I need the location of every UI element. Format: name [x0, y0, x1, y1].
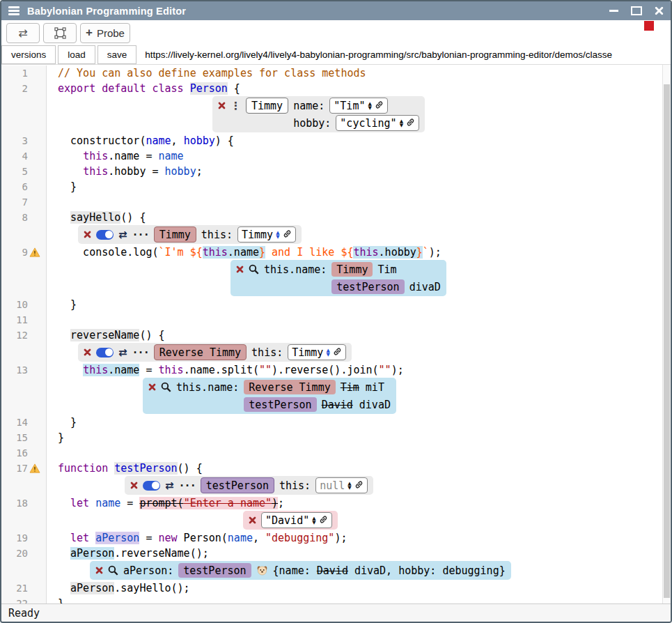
code-text [58, 312, 671, 328]
code-text: constructor(name, hobby) { [58, 133, 671, 148]
line-number: 15 [1, 430, 28, 445]
close-icon[interactable] [148, 379, 156, 395]
link-icon[interactable] [354, 479, 364, 492]
toggle-switch[interactable] [96, 348, 114, 357]
stepper-icon[interactable]: ▲▼ [368, 102, 371, 110]
value-input[interactable]: Timmy▲▼ [237, 226, 296, 243]
line-number: 12 [1, 328, 28, 343]
vertical-scrollbar[interactable] [662, 65, 671, 603]
value-input[interactable]: "cycling"▲▼ [336, 115, 419, 131]
code-token: ; [196, 165, 203, 178]
gutter-cell: 12 [1, 328, 47, 362]
line-content: // You can also define examples for clas… [47, 66, 671, 81]
code-token: this [83, 150, 108, 162]
scrollbar-thumb[interactable] [664, 84, 670, 598]
stepper-icon[interactable]: ▲▼ [326, 348, 329, 357]
value-input[interactable]: Timmy▲▼ [288, 344, 346, 360]
line-content [47, 445, 671, 461]
status-bar: Ready [1, 603, 671, 622]
link-icon[interactable] [319, 514, 328, 527]
code-text [58, 194, 671, 210]
code-token: this [203, 246, 228, 259]
swap-icon[interactable]: ⇄ [118, 226, 127, 243]
close-window-icon[interactable] [655, 6, 664, 15]
link-icon[interactable] [333, 346, 342, 359]
swap-icon[interactable]: ⇄ [118, 344, 127, 360]
example-badge[interactable]: Timmy [246, 98, 288, 114]
warning-slot [28, 194, 42, 210]
line-content: this.name = this.name.split("").reverse(… [47, 362, 671, 415]
close-icon[interactable] [95, 562, 103, 578]
save-button[interactable]: save [97, 45, 137, 64]
code-token: sayHello [70, 211, 120, 224]
more-options-icon[interactable]: ··· [132, 226, 149, 243]
load-button[interactable]: load [58, 45, 95, 64]
stepper-icon[interactable]: ▲▼ [312, 516, 315, 525]
code-token: // You can also define examples for clas… [58, 67, 366, 79]
example-badge[interactable]: testPerson [201, 477, 274, 493]
code-token: let [70, 497, 95, 509]
warning-slot [28, 179, 42, 194]
stepper-icon[interactable]: ▲▼ [400, 119, 403, 128]
value-input[interactable]: "Tim"▲▼ [329, 98, 388, 114]
file-bar: versions load save https://lively-kernel… [1, 45, 671, 65]
link-icon[interactable] [375, 100, 384, 112]
close-icon[interactable] [84, 344, 91, 360]
notification-indicator[interactable] [644, 21, 654, 31]
gutter-cell: 8 [1, 210, 47, 245]
example-badge[interactable]: testPerson [244, 397, 316, 412]
close-icon[interactable] [236, 261, 244, 277]
code-line: 13 this.name = this.name.split("").rever… [1, 362, 671, 415]
more-options-icon[interactable]: ··· [132, 344, 149, 360]
code-token: ${ [190, 246, 203, 259]
code-text: reverseName() { [58, 328, 671, 343]
close-icon[interactable] [218, 98, 226, 114]
code-token: ; [278, 497, 284, 509]
swap-icon[interactable]: ⇄ [165, 477, 174, 493]
maximize-icon[interactable] [631, 6, 642, 15]
example-badge[interactable]: testPerson [178, 563, 251, 578]
example-badge[interactable]: Reverse Timmy [244, 380, 335, 394]
code-token: = [139, 532, 158, 544]
example-badge[interactable]: Reverse Timmy [154, 344, 247, 360]
url-field[interactable]: https://lively-kernel.org/lively4/lively… [139, 45, 671, 64]
example-badge[interactable]: Timmy [154, 226, 196, 243]
select-region-button[interactable] [43, 23, 77, 43]
swap-button[interactable]: ⇄ [6, 23, 40, 43]
warning-slot [28, 210, 42, 225]
minimize-icon[interactable] [609, 10, 618, 12]
status-text: Ready [8, 607, 40, 620]
app-window: Babylonian Programming Editor ⇄ + Probe … [0, 0, 672, 623]
code-text: aPerson.sayHello(); [58, 580, 671, 596]
code-token [58, 150, 83, 162]
code-token [58, 497, 70, 509]
toggle-switch[interactable] [96, 230, 114, 240]
drag-handle-icon[interactable]: ⋮ [230, 98, 241, 114]
gutter-cell: 17 [1, 461, 47, 495]
code-token: ` [423, 246, 429, 259]
more-options-icon[interactable]: ··· [179, 477, 196, 493]
probe-value-part: divaD [409, 281, 441, 293]
link-icon[interactable] [406, 117, 415, 130]
probe-row: testPersonDavid divaD [244, 397, 391, 413]
link-icon[interactable] [283, 229, 292, 241]
close-icon[interactable] [130, 477, 138, 493]
hamburger-menu-icon[interactable] [8, 6, 19, 15]
probe-row: testPerson{name: David divaD, hobby: deb… [178, 562, 505, 578]
stepper-icon[interactable]: ▲▼ [347, 482, 351, 490]
toggle-switch[interactable] [143, 481, 160, 491]
example-badge[interactable]: Timmy [331, 262, 373, 277]
stepper-icon[interactable]: ▲▼ [276, 231, 279, 239]
close-icon[interactable] [84, 226, 91, 243]
value-input[interactable]: null▲▼ [315, 477, 368, 493]
versions-button[interactable]: versions [1, 45, 56, 64]
param-row: name:"Tim"▲▼ [293, 98, 388, 114]
probe-rows: Reverse TimmyTim miTtestPersonDavid diva… [244, 379, 391, 413]
add-probe-button[interactable]: + Probe [80, 23, 130, 43]
value-input[interactable]: "David"▲▼ [261, 512, 332, 528]
code-editor[interactable]: 1// You can also define examples for cla… [1, 65, 671, 603]
warning-slot [28, 328, 42, 343]
code-token: } [58, 298, 77, 311]
example-badge[interactable]: testPerson [331, 279, 404, 294]
close-icon[interactable] [249, 512, 256, 528]
